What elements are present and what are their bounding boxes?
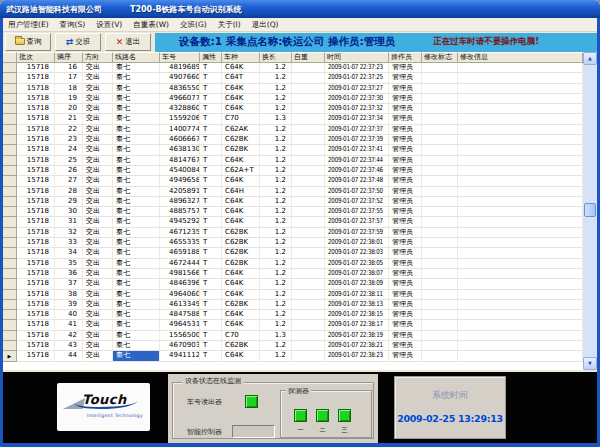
cell-operator[interactable]: 管理员: [389, 176, 422, 186]
cell-mod-flag[interactable]: [422, 156, 458, 166]
cell-direction[interactable]: 交出: [83, 248, 113, 258]
cell-operator[interactable]: 管理员: [389, 104, 422, 114]
cell-direction[interactable]: 交出: [83, 207, 113, 217]
cell-weight[interactable]: [292, 197, 325, 207]
cell-operator[interactable]: 管理员: [389, 166, 422, 176]
table-row[interactable]: 1571839交出秦七4613349TC62BK1.22009-01-07 22…: [3, 300, 583, 310]
cell-seq[interactable]: 29: [55, 197, 83, 207]
cell-operator[interactable]: 管理员: [389, 320, 422, 330]
cell-seq[interactable]: 19: [55, 94, 83, 104]
row-selector[interactable]: [3, 176, 17, 186]
cell-attr[interactable]: T: [200, 63, 222, 73]
cell-line[interactable]: 秦七: [113, 310, 160, 320]
shift-change-button[interactable]: ⇄ 交班: [55, 33, 101, 51]
cell-attr[interactable]: T: [200, 207, 222, 217]
cell-mod-info[interactable]: [458, 207, 583, 217]
column-header[interactable]: 辆序: [55, 52, 83, 63]
cell-weight[interactable]: [292, 351, 325, 362]
row-selector[interactable]: [3, 207, 17, 217]
cell-operator[interactable]: 管理员: [389, 63, 422, 73]
cell-batch[interactable]: 15718: [17, 63, 55, 73]
cell-type[interactable]: C62BK: [222, 228, 260, 238]
column-header[interactable]: 修改信息: [458, 52, 583, 63]
cell-seq[interactable]: 20: [55, 104, 83, 114]
row-selector[interactable]: [3, 248, 17, 258]
cell-attr[interactable]: T: [200, 228, 222, 238]
cell-time[interactable]: 2009-01-07 22:37:41: [325, 145, 389, 155]
table-row[interactable]: 1571819交出秦七4966077TC64K1.22009-01-07 22:…: [3, 94, 583, 104]
cell-car-no[interactable]: 4819689: [160, 63, 200, 73]
table-row[interactable]: 1571824交出秦七4638130TC62BK1.22009-01-07 22…: [3, 145, 583, 155]
cell-line[interactable]: 秦七: [113, 166, 160, 176]
row-selector[interactable]: [3, 300, 17, 310]
cell-car-no[interactable]: 4613349: [160, 300, 200, 310]
cell-operator[interactable]: 管理员: [389, 341, 422, 351]
cell-line[interactable]: 秦七: [113, 63, 160, 73]
cell-time[interactable]: 2009-01-07 22:37:39: [325, 135, 389, 145]
cell-direction[interactable]: 交出: [83, 176, 113, 186]
cell-weight[interactable]: [292, 259, 325, 269]
cell-seq[interactable]: 37: [55, 279, 83, 289]
table-row[interactable]: 1571820交出秦七4328860TC64K1.22009-01-07 22:…: [3, 104, 583, 114]
column-header[interactable]: 批次: [17, 52, 55, 63]
cell-len[interactable]: 1.2: [260, 84, 292, 94]
cell-operator[interactable]: 管理员: [389, 94, 422, 104]
cell-len[interactable]: 1.2: [260, 269, 292, 279]
cell-seq[interactable]: 34: [55, 248, 83, 258]
menu-item[interactable]: 自重表(W): [133, 20, 169, 30]
cell-len[interactable]: 1.3: [260, 331, 292, 341]
cell-weight[interactable]: [292, 290, 325, 300]
cell-mod-flag[interactable]: [422, 331, 458, 341]
cell-direction[interactable]: 交出: [83, 73, 113, 83]
cell-direction[interactable]: 交出: [83, 269, 113, 279]
cell-mod-flag[interactable]: [422, 300, 458, 310]
column-header[interactable]: 自重: [292, 52, 325, 63]
cell-attr[interactable]: T: [200, 217, 222, 227]
cell-car-no[interactable]: 4941112: [160, 351, 200, 362]
cell-mod-flag[interactable]: [422, 269, 458, 279]
cell-type[interactable]: C70: [222, 114, 260, 124]
cell-attr[interactable]: T: [200, 156, 222, 166]
cell-time[interactable]: 2009-01-07 22:38:13: [325, 300, 389, 310]
cell-seq[interactable]: 33: [55, 238, 83, 248]
cell-weight[interactable]: [292, 156, 325, 166]
cell-attr[interactable]: T: [200, 84, 222, 94]
cell-operator[interactable]: 管理员: [389, 156, 422, 166]
cell-mod-flag[interactable]: [422, 94, 458, 104]
cell-weight[interactable]: [292, 238, 325, 248]
cell-operator[interactable]: 管理员: [389, 290, 422, 300]
table-row[interactable]: 1571841交出秦七4964531TC64K1.22009-01-07 22:…: [3, 320, 583, 330]
cell-weight[interactable]: [292, 207, 325, 217]
cell-car-no[interactable]: 4966077: [160, 94, 200, 104]
cell-batch[interactable]: 15718: [17, 351, 55, 362]
cell-time[interactable]: 2009-01-07 22:37:34: [325, 114, 389, 124]
cell-seq[interactable]: 17: [55, 73, 83, 83]
cell-time[interactable]: 2009-01-07 22:38:03: [325, 248, 389, 258]
cell-mod-flag[interactable]: [422, 320, 458, 330]
cell-batch[interactable]: 15718: [17, 217, 55, 227]
cell-mod-info[interactable]: [458, 279, 583, 289]
cell-weight[interactable]: [292, 176, 325, 186]
row-selector[interactable]: [3, 166, 17, 176]
cell-len[interactable]: 1.2: [260, 166, 292, 176]
cell-line[interactable]: 秦七: [113, 269, 160, 279]
cell-car-no[interactable]: 1559206: [160, 114, 200, 124]
cell-time[interactable]: 2009-01-07 22:37:32: [325, 104, 389, 114]
row-selector[interactable]: [3, 145, 17, 155]
cell-batch[interactable]: 15718: [17, 341, 55, 351]
cell-attr[interactable]: T: [200, 279, 222, 289]
cell-len[interactable]: 1.2: [260, 156, 292, 166]
cell-line[interactable]: 秦七: [113, 156, 160, 166]
cell-time[interactable]: 2009-01-07 22:38:01: [325, 238, 389, 248]
cell-len[interactable]: 1.2: [260, 228, 292, 238]
cell-len[interactable]: 1.2: [260, 94, 292, 104]
cell-batch[interactable]: 15718: [17, 104, 55, 114]
cell-car-no[interactable]: 4964531: [160, 320, 200, 330]
cell-batch[interactable]: 15718: [17, 166, 55, 176]
table-row[interactable]: 1571828交出秦七4205891TC64H1.22009-01-07 22:…: [3, 187, 583, 197]
column-header[interactable]: 操作员: [389, 52, 422, 63]
cell-time[interactable]: 2009-01-07 22:37:50: [325, 187, 389, 197]
cell-direction[interactable]: 交出: [83, 331, 113, 341]
cell-mod-info[interactable]: [458, 331, 583, 341]
cell-time[interactable]: 2009-01-07 22:37:57: [325, 217, 389, 227]
